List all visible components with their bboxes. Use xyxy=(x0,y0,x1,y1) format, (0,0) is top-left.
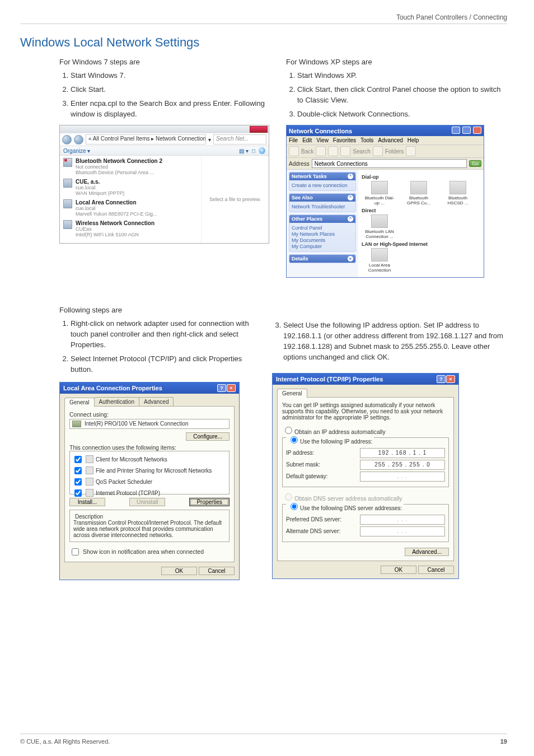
checkbox[interactable] xyxy=(74,456,82,463)
sidebar-link[interactable]: My Computer xyxy=(292,244,353,249)
tab-general[interactable]: General xyxy=(64,398,95,407)
sidebar-link[interactable]: My Network Places xyxy=(292,231,353,237)
collapse-icon[interactable]: ^ xyxy=(348,174,353,179)
radio-obtain-ip[interactable]: Obtain an IP address automatically xyxy=(282,425,449,435)
cancel-button[interactable]: Cancel xyxy=(199,567,235,575)
sidebar-link[interactable]: My Documents xyxy=(292,237,353,243)
view-icon[interactable]: ▤ ▾ xyxy=(239,148,249,154)
collapse-icon[interactable]: ^ xyxy=(348,195,353,200)
preview-icon[interactable]: □ xyxy=(252,148,255,154)
ip-input[interactable]: 192 . 168 . 1 . 1 xyxy=(360,448,445,458)
close-icon[interactable]: × xyxy=(227,384,236,392)
properties-button[interactable]: Properties xyxy=(189,498,229,506)
tab-general[interactable]: General xyxy=(277,389,307,398)
expand-icon[interactable]: v xyxy=(348,256,353,262)
show-icon-option[interactable]: Show icon in notification area when conn… xyxy=(69,547,229,557)
checkbox[interactable] xyxy=(74,467,82,474)
up-icon[interactable] xyxy=(328,146,338,156)
win7-toolbar: Organize ▾ ▤ ▾ □ ? xyxy=(60,146,269,156)
configure-button[interactable]: Configure... xyxy=(186,432,229,441)
panel-network-tasks: Network Tasks^ Create a new connection xyxy=(289,172,356,191)
sidebar-link[interactable]: Network Troubleshooter xyxy=(292,204,353,209)
ok-button[interactable]: OK xyxy=(161,567,197,575)
dropdown-icon[interactable]: ▾ xyxy=(208,137,211,143)
menu-file[interactable]: File xyxy=(289,137,298,143)
tab-authentication[interactable]: Authentication xyxy=(94,397,139,406)
follow-step-1: Right-click on network adapter used for … xyxy=(71,319,255,351)
list-item[interactable]: Internet Protocol (TCP/IP) xyxy=(72,488,227,498)
list-item[interactable]: Wireless Network Connection CUEas Intel(… xyxy=(63,220,198,237)
client-icon xyxy=(86,455,93,463)
forward-icon[interactable] xyxy=(74,135,83,144)
menu-tools[interactable]: Tools xyxy=(360,137,373,143)
views-icon[interactable] xyxy=(406,146,416,156)
forward-icon[interactable] xyxy=(316,146,326,156)
win7-breadcrumb[interactable]: « All Control Panel Items ▸ Network Conn… xyxy=(86,134,206,144)
list-item[interactable]: CUE, a.s. cue.local WAN Miniport (PPTP) xyxy=(63,179,198,196)
list-item[interactable]: Bluetooth Network Connection 2 Not conne… xyxy=(63,158,198,175)
win7-window: « All Control Panel Items ▸ Network Conn… xyxy=(59,125,269,244)
radio[interactable] xyxy=(285,493,292,501)
install-button[interactable]: Install... xyxy=(69,498,105,506)
back-icon[interactable] xyxy=(62,135,72,144)
uninstall-button[interactable]: Uninstall xyxy=(129,498,165,506)
close-icon[interactable] xyxy=(473,127,481,134)
folders-icon[interactable] xyxy=(373,146,383,156)
menu-help[interactable]: Help xyxy=(407,137,419,143)
help-icon[interactable]: ? xyxy=(437,375,446,383)
radio-use-dns[interactable]: Use the following DNS server addresses: xyxy=(286,501,404,511)
ok-button[interactable]: OK xyxy=(381,566,416,574)
help-icon[interactable]: ? xyxy=(259,147,265,154)
advanced-button[interactable]: Advanced... xyxy=(405,548,449,556)
address-input[interactable] xyxy=(312,159,467,168)
gateway-input[interactable]: . . . xyxy=(360,472,445,482)
pdns-input[interactable]: . . . xyxy=(360,515,445,525)
win7-address-bar: « All Control Panel Items ▸ Network Conn… xyxy=(60,133,269,146)
radio-obtain-dns[interactable]: Obtain DNS server address automatically xyxy=(282,492,449,502)
sidebar-link[interactable]: Control Panel xyxy=(292,225,353,231)
checkbox[interactable] xyxy=(74,478,82,486)
go-button[interactable]: Go xyxy=(469,160,481,167)
menu-favorites[interactable]: Favorites xyxy=(333,137,356,143)
xp-sidebar: Network Tasks^ Create a new connection S… xyxy=(287,170,358,277)
xp-window-title: Network Connections xyxy=(289,128,352,134)
close-icon[interactable]: × xyxy=(446,375,455,383)
item-label: File and Printer Sharing for Microsoft N… xyxy=(96,468,212,474)
radio-use-ip[interactable]: Use the following IP address: xyxy=(286,435,374,445)
win7-search-input[interactable]: Search Net... xyxy=(213,134,266,144)
sidebar-link[interactable]: Create a new connection xyxy=(292,183,353,188)
checkbox[interactable] xyxy=(72,548,79,556)
list-item[interactable]: Client for Microsoft Networks xyxy=(72,454,227,465)
close-icon[interactable] xyxy=(250,126,268,133)
help-icon[interactable]: ? xyxy=(217,384,226,392)
maximize-icon[interactable] xyxy=(462,127,471,134)
components-list[interactable]: Client for Microsoft Networks File and P… xyxy=(69,451,229,494)
minimize-icon[interactable] xyxy=(452,127,460,134)
connection-item[interactable]: Bluetooth LAN Connection ... xyxy=(364,214,395,239)
back-icon[interactable] xyxy=(289,146,299,156)
item-label: Bluetooth LAN Connection ... xyxy=(365,229,394,239)
menu-advanced[interactable]: Advanced xyxy=(378,137,402,143)
collapse-icon[interactable]: ^ xyxy=(348,216,353,222)
group-direct: Direct xyxy=(362,208,480,213)
adns-input[interactable]: . . . xyxy=(360,526,445,536)
item-sub: Not connected xyxy=(76,164,162,170)
cancel-button[interactable]: Cancel xyxy=(418,566,454,574)
menu-edit[interactable]: Edit xyxy=(302,137,312,143)
mask-input[interactable]: 255 . 255 . 255 . 0 xyxy=(360,460,445,470)
connection-item[interactable]: Bluetooth Dial-up ... xyxy=(364,181,395,206)
organize-button[interactable]: Organize ▾ xyxy=(63,148,90,154)
checkbox[interactable] xyxy=(74,489,82,497)
list-item[interactable]: File and Printer Sharing for Microsoft N… xyxy=(72,465,227,476)
search-icon[interactable] xyxy=(340,146,350,156)
connection-item[interactable]: Bluetooth HSCSD ... xyxy=(442,181,474,206)
list-item[interactable]: QoS Packet Scheduler xyxy=(72,477,227,487)
tab-advanced[interactable]: Advanced xyxy=(139,397,174,406)
radio[interactable] xyxy=(285,427,292,434)
radio[interactable] xyxy=(291,503,298,510)
connection-item[interactable]: Local Area Connection xyxy=(364,248,395,273)
connection-item[interactable]: Bluetooth GPRS Co... xyxy=(403,181,434,206)
menu-view[interactable]: View xyxy=(316,137,329,143)
list-item[interactable]: Local Area Connection cue.local Marvell … xyxy=(63,199,198,217)
radio[interactable] xyxy=(291,436,298,444)
